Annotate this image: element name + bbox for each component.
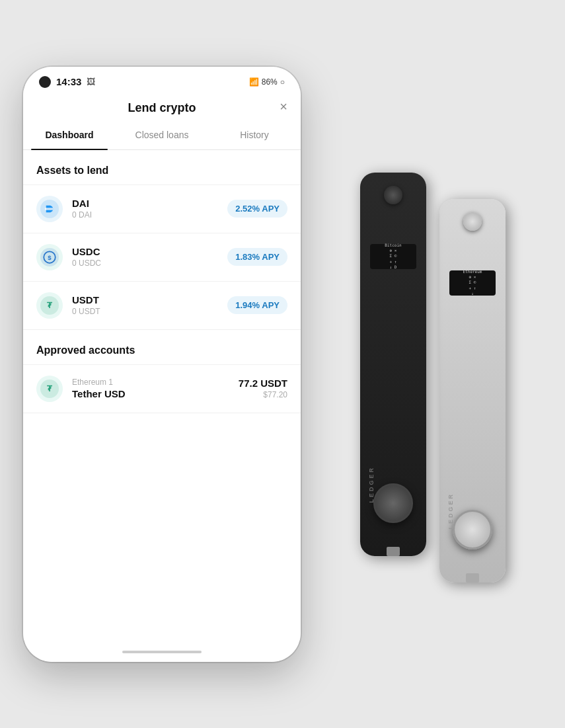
tab-bar: Dashboard Closed loans History — [23, 120, 301, 150]
usdc-apy-badge: 1.83% APY — [227, 248, 287, 266]
usb-connector-silver — [466, 573, 479, 583]
device-screen-black: Bitcoin⊕ ×Σ ©+ ↑↓ D — [370, 244, 416, 269]
device-top-button-silver — [463, 212, 482, 231]
ledger-device-black: Bitcoin⊕ ×Σ ©+ ↑↓ D LEDGER — [360, 173, 426, 556]
approved-name: Tether USD — [72, 388, 229, 399]
asset-item-dai[interactable]: DAI 0 DAI 2.52% APY — [23, 185, 301, 233]
approved-usd-amount: $77.20 — [239, 390, 287, 399]
status-bar: 14:33 🖼 📶 86% ○ — [23, 67, 301, 93]
approved-usdt-icon: ₮ — [36, 376, 63, 402]
ledger-devices: Bitcoin⊕ ×Σ ©+ ↑↓ D LEDGER Ethereum⊕ ×Σ … — [301, 67, 565, 662]
device-screen-silver: Ethereum⊕ ×Σ ©+ ↑↓ — [449, 270, 496, 296]
assets-section-title: Assets to lend — [23, 150, 301, 184]
svg-text:₮: ₮ — [47, 384, 53, 393]
approved-amount-block: 77.2 USDT $77.20 — [239, 378, 287, 399]
phone: 14:33 🖼 📶 86% ○ Lend crypto × Dashboard … — [23, 67, 301, 662]
dai-icon — [36, 196, 63, 222]
device-main-button-silver — [453, 510, 492, 549]
svg-text:₮: ₮ — [47, 301, 53, 310]
signal-icon: 📶 — [249, 77, 259, 87]
svg-text:$: $ — [48, 253, 52, 261]
dai-balance: 0 DAI — [72, 210, 218, 220]
battery-text: 86% — [262, 77, 278, 87]
app-header: Lend crypto × — [23, 93, 301, 120]
camera-icon — [39, 76, 51, 88]
approved-info: Ethereum 1 Tether USD — [72, 378, 229, 399]
usdc-icon: $ — [36, 244, 63, 270]
close-button[interactable]: × — [280, 100, 287, 113]
app-title: Lend crypto — [128, 101, 196, 115]
approved-section-title: Approved accounts — [23, 330, 301, 364]
app-content: Assets to lend DAI 0 DAI — [23, 150, 301, 642]
screen-text-silver: Ethereum⊕ ×Σ ©+ ↑↓ — [463, 269, 482, 297]
status-time: 14:33 — [56, 76, 81, 87]
battery-icon: ○ — [280, 77, 285, 87]
dai-apy-badge: 2.52% APY — [227, 200, 287, 218]
asset-item-usdt[interactable]: ₮ USDT 0 USDT 1.94% APY — [23, 282, 301, 330]
home-indicator — [23, 642, 301, 662]
status-right: 📶 86% ○ — [249, 77, 285, 87]
dai-symbol: DAI — [72, 198, 218, 209]
tab-history[interactable]: History — [208, 120, 301, 149]
photo-icon: 🖼 — [87, 77, 95, 87]
usdt-balance: 0 USDT — [72, 307, 218, 316]
usdt-symbol: USDT — [72, 294, 218, 305]
device-main-button-black — [373, 483, 413, 523]
dai-info: DAI 0 DAI — [72, 198, 218, 220]
asset-item-usdc[interactable]: $ USDC 0 USDC 1.83% APY — [23, 233, 301, 282]
approved-item-tether[interactable]: ₮ Ethereum 1 Tether USD 77.2 USDT $77.20 — [23, 365, 301, 413]
ledger-label-silver: LEDGER — [447, 493, 454, 530]
home-bar — [122, 651, 202, 653]
approved-usdt-amount: 77.2 USDT — [239, 378, 287, 389]
ledger-device-silver: Ethereum⊕ ×Σ ©+ ↑↓ LEDGER — [439, 199, 506, 583]
usdc-balance: 0 USDC — [72, 259, 218, 268]
approved-list: ₮ Ethereum 1 Tether USD 77.2 USDT $77.20 — [23, 364, 301, 413]
usdt-icon: ₮ — [36, 292, 63, 319]
screen-text-black: Bitcoin⊕ ×Σ ©+ ↑↓ D — [385, 243, 401, 270]
tab-dashboard[interactable]: Dashboard — [23, 120, 116, 149]
phone-wrapper: 14:33 🖼 📶 86% ○ Lend crypto × Dashboard … — [0, 0, 324, 728]
tab-closed-loans[interactable]: Closed loans — [116, 120, 208, 149]
device-top-button-black — [384, 186, 402, 204]
usdc-symbol: USDC — [72, 246, 218, 257]
usb-connector-black — [387, 547, 400, 556]
usdt-apy-badge: 1.94% APY — [227, 296, 287, 314]
device-body-black: Bitcoin⊕ ×Σ ©+ ↑↓ D LEDGER — [360, 173, 426, 556]
asset-list: DAI 0 DAI 2.52% APY $ US — [23, 184, 301, 330]
usdt-info: USDT 0 USDT — [72, 294, 218, 316]
usdc-info: USDC 0 USDC — [72, 246, 218, 268]
approved-account: Ethereum 1 — [72, 378, 229, 387]
ledger-label-black: LEDGER — [368, 466, 375, 503]
device-body-silver: Ethereum⊕ ×Σ ©+ ↑↓ LEDGER — [439, 199, 506, 583]
status-left: 14:33 🖼 — [39, 76, 95, 88]
